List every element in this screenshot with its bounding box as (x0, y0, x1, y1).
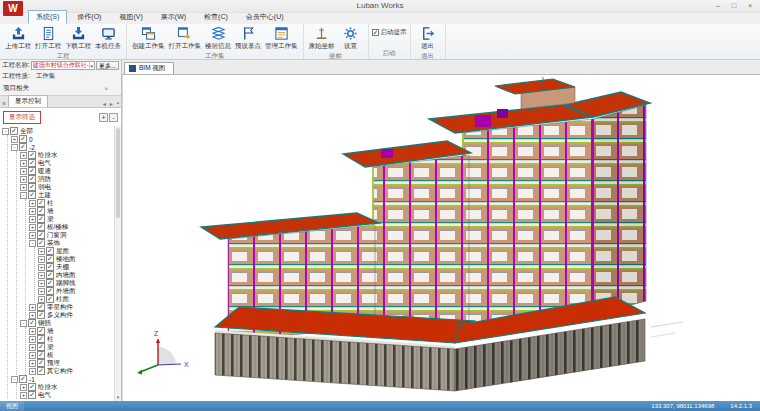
tree-node-checkbox[interactable]: ✓ (37, 303, 45, 311)
expand-node-icon[interactable]: + (29, 200, 36, 207)
collapse-node-icon[interactable]: - (11, 376, 18, 383)
expand-node-icon[interactable]: + (20, 184, 27, 191)
expand-node-icon[interactable]: + (38, 288, 45, 295)
tree-node-checkbox[interactable]: ✓ (37, 223, 45, 231)
tree-scrollbar[interactable]: ▾ (114, 126, 121, 401)
pin-icon[interactable]: ▪ (115, 100, 121, 107)
expand-node-icon[interactable]: + (11, 136, 18, 143)
tree-node[interactable]: -✓-2 (11, 143, 113, 151)
tree-node-checkbox[interactable]: ✓ (37, 335, 45, 343)
expand-all-button[interactable]: + (99, 113, 108, 122)
expand-node-icon[interactable]: + (29, 224, 36, 231)
expand-node-icon[interactable]: + (29, 368, 36, 375)
tree-node[interactable]: +✓屋面 (38, 247, 113, 255)
tree-node-checkbox[interactable]: ✓ (46, 287, 54, 295)
menu-item[interactable]: 展示(W) (153, 10, 194, 24)
tree-node-checkbox[interactable]: ✓ (28, 383, 36, 391)
close-button[interactable]: × (742, 0, 758, 12)
tree-node[interactable]: -✓土建 (20, 191, 113, 199)
tree-node-checkbox[interactable]: ✓ (19, 135, 27, 143)
tree-node-checkbox[interactable]: ✓ (37, 327, 45, 335)
tree-node-checkbox[interactable]: ✓ (46, 271, 54, 279)
tree-node[interactable]: +✓0 (11, 135, 113, 143)
tree-node-checkbox[interactable]: ✓ (28, 183, 36, 191)
expand-node-icon[interactable]: + (29, 352, 36, 359)
tree-node-checkbox[interactable]: ✓ (37, 199, 45, 207)
collapse-node-icon[interactable]: - (11, 144, 18, 151)
expand-node-icon[interactable]: + (29, 216, 36, 223)
tree-node-checkbox[interactable]: ✓ (28, 391, 36, 399)
tree-node-checkbox[interactable]: ✓ (37, 351, 45, 359)
expand-node-icon[interactable]: + (38, 264, 45, 271)
tree-node-checkbox[interactable]: ✓ (28, 191, 36, 199)
menu-item[interactable]: 检查(C) (196, 10, 236, 24)
tree-node-checkbox[interactable]: ✓ (19, 143, 27, 151)
expand-node-icon[interactable]: + (29, 328, 36, 335)
tree-node[interactable]: +✓内墙面 (38, 271, 113, 279)
tab-display-control[interactable]: 显示控制 (8, 95, 48, 107)
tab-scroll-left-icon[interactable]: ◂ (101, 100, 108, 107)
tree-node-checkbox[interactable]: ✓ (28, 175, 36, 183)
expand-node-icon[interactable]: + (29, 304, 36, 311)
expand-node-icon[interactable]: + (38, 272, 45, 279)
ribbon-button[interactable]: 退出 (414, 25, 442, 51)
tree-node[interactable]: +✓板 (29, 351, 113, 359)
expand-node-icon[interactable]: + (20, 384, 27, 391)
more-button[interactable]: 更多... (96, 61, 119, 70)
expand-node-icon[interactable]: + (29, 344, 36, 351)
expand-node-icon[interactable]: + (20, 168, 27, 175)
tree-node[interactable]: +✓楼地面 (38, 255, 113, 263)
tree-node-checkbox[interactable]: ✓ (46, 263, 54, 271)
collapse-all-button[interactable]: - (109, 113, 118, 122)
tree-node[interactable]: +✓梁 (29, 215, 113, 223)
tree-node[interactable]: +✓梁 (29, 343, 113, 351)
tree-node-checkbox[interactable]: ✓ (37, 367, 45, 375)
menu-item[interactable]: 视图(V) (111, 10, 150, 24)
tab-scroll-right-icon[interactable]: ▸ (108, 100, 115, 107)
ribbon-button[interactable]: 本机任务 (93, 25, 123, 51)
display-filter-button[interactable]: 显示筛选 (3, 111, 41, 124)
ribbon-button[interactable]: 打开工作集 (167, 25, 204, 51)
collapse-node-icon[interactable]: - (20, 192, 27, 199)
ribbon-button[interactable]: 原始坐标 (307, 25, 337, 51)
tree-node[interactable]: +✓墙 (29, 327, 113, 335)
tree-node-checkbox[interactable]: ✓ (37, 215, 45, 223)
project-related-section[interactable]: 项目相关 ˅ (0, 82, 121, 95)
ribbon-button[interactable]: 设置 (337, 25, 365, 51)
tree-node[interactable]: -✓钢筋 (20, 319, 113, 327)
tree-node[interactable]: +✓消防 (20, 175, 113, 183)
ribbon-button[interactable]: 上传工程 (3, 25, 33, 51)
tree-node[interactable]: +✓弱电 (20, 183, 113, 191)
ribbon-button[interactable]: 创建工作集 (130, 25, 167, 51)
tree-node-checkbox[interactable]: ✓ (37, 343, 45, 351)
tree-node-checkbox[interactable]: ✓ (46, 255, 54, 263)
expand-node-icon[interactable]: + (38, 280, 45, 287)
collapse-panel-icon[interactable]: « (0, 100, 8, 107)
tree-node-checkbox[interactable]: ✓ (28, 151, 36, 159)
tree-node-checkbox[interactable]: ✓ (46, 279, 54, 287)
collapse-node-icon[interactable]: - (2, 128, 9, 135)
expand-node-icon[interactable]: + (20, 176, 27, 183)
tree-node[interactable]: +✓电气 (20, 391, 113, 399)
expand-node-icon[interactable]: + (29, 336, 36, 343)
tree-node-checkbox[interactable]: ✓ (37, 239, 45, 247)
project-name-select[interactable]: 建德市村镇合作联社-施工模型 ▾ (31, 61, 95, 70)
tree-node[interactable]: +✓柱 (29, 335, 113, 343)
ribbon-button[interactable]: 楼层信息 (203, 25, 233, 51)
tree-node-checkbox[interactable]: ✓ (28, 167, 36, 175)
ribbon-button[interactable]: 管理工作集 (263, 25, 300, 51)
tree-node[interactable]: -✓-1 (11, 375, 113, 383)
ribbon-button[interactable]: 打开工程 (33, 25, 63, 51)
ribbon-button[interactable]: 下载工程 (63, 25, 93, 51)
tree-node[interactable]: +✓外墙面 (38, 287, 113, 295)
scroll-down-arrow-icon[interactable]: ▾ (115, 393, 121, 401)
tree-node-checkbox[interactable]: ✓ (10, 127, 18, 135)
tree-node[interactable]: +✓其它构件 (29, 367, 113, 375)
menu-item[interactable]: 操作(O) (69, 10, 109, 24)
expand-node-icon[interactable]: + (29, 232, 36, 239)
tree-node[interactable]: +✓板/楼梯 (29, 223, 113, 231)
bim-viewport[interactable]: Z X (122, 75, 760, 401)
scrollbar-thumb[interactable] (116, 128, 120, 218)
expand-node-icon[interactable]: + (29, 208, 36, 215)
menu-item[interactable]: 系统(S) (28, 10, 67, 24)
